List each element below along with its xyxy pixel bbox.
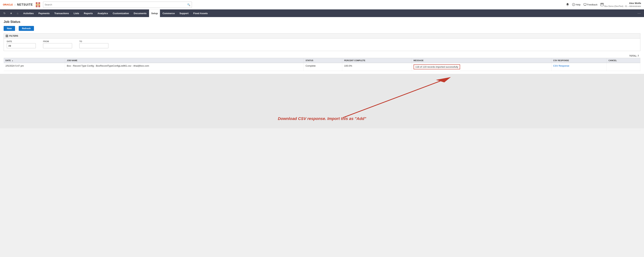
nav-star-icon[interactable]: ★	[8, 10, 14, 16]
page-wrapper: ORACLE | NETSUITE 🔍 ? Help	[0, 0, 644, 257]
svg-rect-5	[584, 4, 586, 5]
notification-button[interactable]	[566, 3, 569, 6]
nav-commerce[interactable]: Commerce	[160, 10, 177, 17]
nav-payments[interactable]: Payments	[36, 10, 52, 17]
to-filter-group: TO	[79, 40, 108, 48]
nav-bar: ↻ ★ ⌂ Activities Payments Transactions L…	[0, 10, 644, 17]
nav-transactions[interactable]: Transactions	[52, 10, 71, 17]
cell-cancel	[606, 63, 640, 71]
table-header-row: DATE ▲ JOB NAME STATUS PERCENT COMPLETE …	[4, 58, 640, 63]
nav-more-icon[interactable]: ⋯	[636, 11, 642, 15]
search-input[interactable]	[45, 3, 187, 6]
nav-lists[interactable]: Lists	[71, 10, 81, 17]
nav-support[interactable]: Support	[177, 10, 191, 17]
refresh-button[interactable]: Refresh	[19, 26, 34, 31]
date-sort-icon: ▲	[12, 60, 13, 62]
logo-netsuite: NETSUITE	[17, 3, 33, 6]
cell-message: 118 of 119 records imported successfully	[412, 63, 551, 71]
nav-back-icon[interactable]: ↻	[2, 10, 8, 16]
table-header: DATE ▲ JOB NAME STATUS PERCENT COMPLETE …	[4, 58, 640, 63]
job-status-table: DATE ▲ JOB NAME STATUS PERCENT COMPLETE …	[4, 58, 640, 71]
csv-response-link[interactable]: CSV Response	[553, 64, 570, 67]
annotation-text: Download CSV response. Import this as "A…	[278, 116, 366, 121]
nav-customization[interactable]: Customization	[110, 10, 131, 17]
date-filter-group: DATE	[7, 40, 36, 48]
table-body: 2/5/2024 5:47 pm Box - Record Type Confi…	[4, 63, 640, 71]
svg-rect-2	[36, 4, 40, 5]
nav-activities[interactable]: Activities	[21, 10, 36, 17]
col-csv-response[interactable]: CSV RESPONSE	[551, 58, 606, 63]
from-label: FROM	[43, 40, 72, 42]
new-button[interactable]: New	[4, 26, 15, 31]
nav-home-icon[interactable]: ⌂	[14, 10, 21, 16]
feedback-label: Feedback	[587, 3, 598, 6]
search-icon: 🔍	[187, 3, 190, 6]
col-job-name[interactable]: JOB NAME	[65, 58, 304, 63]
table-row: 2/5/2024 5:47 pm Box - Record Type Confi…	[4, 63, 640, 71]
col-percent[interactable]: PERCENT COMPLETE	[342, 58, 412, 63]
search-bar[interactable]: 🔍	[43, 2, 192, 8]
content-wrapper: Job Status New | Refresh – FILTERS DATE	[0, 17, 644, 128]
logo-oracle: ORACLE	[3, 3, 13, 6]
svg-line-10	[344, 81, 440, 118]
cell-csv-response[interactable]: CSV Response	[551, 63, 606, 71]
message-highlight-box: 118 of 119 records imported successfully	[414, 64, 460, 69]
nav-setup[interactable]: Setup	[149, 10, 160, 17]
cell-job-name: Box - Record Type Config - BoxRecordType…	[65, 63, 304, 71]
svg-rect-8	[602, 4, 603, 4]
page-title: Job Status	[4, 20, 640, 24]
svg-rect-7	[601, 4, 602, 4]
user-role: Box Demo (Dev/Test) · 01 – Administrator	[604, 5, 641, 8]
table-area: DATE ▲ JOB NAME STATUS PERCENT COMPLETE …	[4, 58, 640, 71]
table-total: TOTAL: 7	[4, 54, 640, 58]
user-info: Alex Wolfe Box Demo (Dev/Test) · 01 – Ad…	[604, 2, 641, 8]
from-input[interactable]	[43, 43, 72, 48]
col-status[interactable]: STATUS	[304, 58, 342, 63]
annotation-area: Download CSV response. Import this as "A…	[0, 74, 644, 128]
filters-collapse-icon[interactable]: –	[6, 35, 8, 37]
logo: ORACLE | NETSUITE	[3, 2, 41, 8]
help-button[interactable]: ? Help	[572, 3, 581, 6]
top-right-actions: ? Help Feedback Alex Wolfe Box Demo (Dev…	[566, 2, 641, 8]
cell-status: Complete	[304, 63, 342, 71]
filters-header[interactable]: – FILTERS	[4, 34, 640, 38]
nav-analytics[interactable]: Analytics	[95, 10, 110, 17]
toolbar-divider: |	[16, 27, 17, 30]
col-date[interactable]: DATE ▲	[4, 58, 65, 63]
nav-fixed-assets[interactable]: Fixed Assets	[191, 10, 210, 17]
date-label: DATE	[7, 40, 36, 42]
date-input[interactable]	[7, 43, 36, 48]
from-filter-group: FROM	[43, 40, 72, 48]
filters-section: – FILTERS DATE FROM TO	[4, 34, 640, 51]
filters-label: FILTERS	[9, 35, 18, 37]
to-label: TO	[79, 40, 108, 42]
page-content: Job Status New | Refresh – FILTERS DATE	[0, 17, 644, 74]
to-input[interactable]	[79, 43, 108, 48]
user-menu[interactable]: Alex Wolfe Box Demo (Dev/Test) · 01 – Ad…	[600, 2, 641, 8]
user-name: Alex Wolfe	[604, 2, 641, 5]
top-bar: ORACLE | NETSUITE 🔍 ? Help	[0, 0, 644, 10]
nav-documents[interactable]: Documents	[132, 10, 149, 17]
filters-body: DATE FROM TO	[4, 38, 640, 51]
netsuite-logo-icon	[35, 2, 41, 8]
svg-text:?: ?	[573, 4, 574, 6]
nav-reports[interactable]: Reports	[82, 10, 95, 17]
feedback-button[interactable]: Feedback	[584, 3, 598, 6]
help-label: Help	[576, 3, 581, 6]
col-message[interactable]: MESSAGE	[412, 58, 551, 63]
col-cancel[interactable]: CANCEL	[606, 58, 640, 63]
toolbar: New | Refresh	[4, 26, 640, 31]
cell-date: 2/5/2024 5:47 pm	[4, 63, 65, 71]
cell-percent: 100.0%	[342, 63, 412, 71]
